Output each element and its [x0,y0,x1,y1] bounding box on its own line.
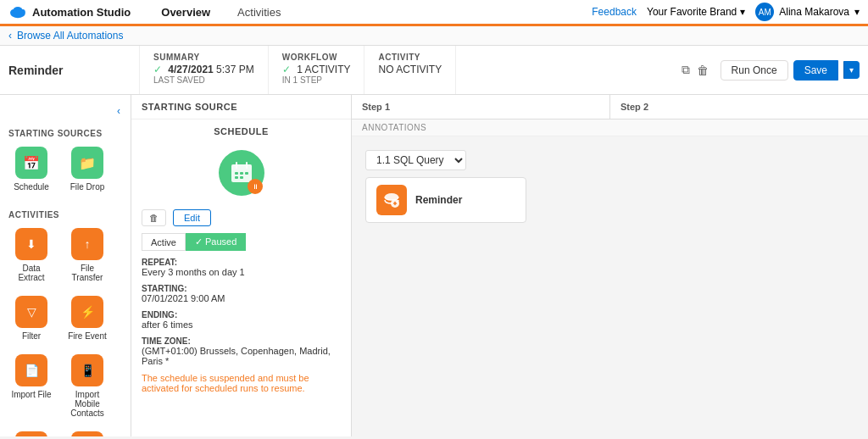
sidebar-item-refresh-mobile[interactable]: ↻ Refresh Mobile [61,426,114,436]
schedule-edit-button[interactable]: Edit [173,209,211,226]
workflow-sub: IN 1 STEP [282,75,351,85]
top-nav: Automation Studio Overview Activities Fe… [0,0,868,26]
svg-rect-12 [240,176,243,179]
schedule-actions: 🗑 Edit [142,209,341,226]
sql-query-card-icon [382,191,401,209]
activity-card-name: Reminder [415,194,462,206]
sidebar-item-filter[interactable]: ▽ Filter [5,291,58,346]
middle-panel-content: SCHEDULE ⏸ [131,119,351,436]
canvas-body: 1.1 SQL Query Reminder [352,136,868,436]
summary-bar: Reminder SUMMARY ✓ 4/27/2021 5:37 PMLAST… [0,46,868,95]
file-drop-label: File Drop [70,182,105,192]
schedule-delete-button[interactable]: 🗑 [142,209,166,226]
activity-label: ACTIVITY [378,53,442,62]
sidebar-item-fire-event[interactable]: ⚡ Fire Event [61,291,114,346]
canvas-step-1: 1.1 SQL Query Reminder [362,147,610,426]
canvas-step-2 [610,147,859,426]
middle-panel: STARTING SOURCE SCHEDULE [131,95,352,436]
sidebar-item-file-transfer[interactable]: ↑ File Transfer [61,223,114,287]
canvas-header: Step 1 Step 2 [352,95,868,119]
workflow-label: WORKFLOW [282,53,351,62]
summary-value: ✓ 4/27/2021 5:37 PMLAST SAVED [153,64,254,85]
ending-value: after 6 times [142,320,341,330]
avatar: AM [755,3,774,21]
cloud-icon [8,4,27,19]
svg-rect-8 [235,172,238,175]
summary-date: 4/27/2021 [168,64,213,75]
secondary-nav[interactable]: ‹ Browse All Automations [0,26,868,46]
activities-label: ACTIVITIES [0,205,131,223]
left-sidebar: ‹ STARTING SOURCES 📅 Schedule 📁 File Dro… [0,95,131,436]
automation-title-area: Reminder [8,46,140,94]
activity-card[interactable]: Reminder [365,177,526,223]
middle-panel-header: STARTING SOURCE [131,95,351,119]
icon-buttons: ⧉ 🗑 [682,63,709,77]
user-area[interactable]: AM Alina Makarova ▾ [755,3,860,21]
ending-label: ENDING: [142,310,341,320]
starting-sources-label: STARTING SOURCES [0,124,131,142]
tab-overview[interactable]: Overview [147,0,224,26]
sidebar-item-file-drop[interactable]: 📁 File Drop [61,142,114,197]
workflow-value: ✓ 1 ACTIVITY IN 1 STEP [282,64,351,85]
schedule-warning: The schedule is suspended and must be ac… [142,373,341,393]
sidebar-item-data-extract[interactable]: ⬇ Data Extract [5,223,58,287]
check-icon: ✓ [153,64,162,75]
summary-sub: LAST SAVED [153,75,254,85]
workflow-count: 1 ACTIVITY [297,64,350,75]
refresh-group-icon: ↻ [15,431,47,436]
svg-point-3 [14,7,23,14]
right-canvas: Step 1 Step 2 ANNOTATIONS 1.1 SQL Query [352,95,868,436]
delete-icon[interactable]: 🗑 [697,64,709,77]
sidebar-item-refresh-group[interactable]: ↻ Refresh Group [5,426,58,436]
feedback-link[interactable]: Feedback [592,6,637,18]
save-button[interactable]: Save [793,60,838,81]
sidebar-item-schedule[interactable]: 📅 Schedule [5,142,58,197]
tab-activities[interactable]: Activities [224,0,294,26]
nav-tabs: Overview Activities [147,0,294,24]
schedule-details: REPEAT: Every 3 months on day 1 STARTING… [142,258,341,393]
refresh-mobile-icon: ↻ [71,431,103,436]
activity-block: ACTIVITY NO ACTIVITY [364,46,456,94]
starting-value: 07/01/2021 9:00 AM [142,293,341,303]
paused-status-button[interactable]: ✓ Paused [186,233,246,251]
summary-actions: ⧉ 🗑 Run Once Save ▾ [682,46,860,94]
import-file-icon: 📄 [15,354,47,386]
save-dropdown-button[interactable]: ▾ [843,61,860,79]
active-status-button[interactable]: Active [142,233,186,251]
file-drop-icon: 📁 [71,147,103,179]
step-select[interactable]: 1.1 SQL Query [365,150,466,170]
nav-right: Feedback Your Favorite Brand ▾ AM Alina … [592,3,860,21]
run-once-button[interactable]: Run Once [721,60,788,81]
activities-list: ⬇ Data Extract ↑ File Transfer ▽ Filter … [0,223,131,436]
status-buttons: Active ✓ Paused [142,233,341,251]
repeat-value: Every 3 months on day 1 [142,267,341,277]
chevron-down-icon: ▾ [740,6,745,18]
fire-event-icon: ⚡ [71,296,103,328]
brand-dropdown[interactable]: Your Favorite Brand ▾ [647,6,745,18]
filter-icon: ▽ [15,296,47,328]
file-transfer-icon: ↑ [71,228,103,260]
summary-label: SUMMARY [153,53,254,62]
step1-header: Step 1 [352,95,610,119]
svg-rect-11 [235,176,238,179]
step2-header: Step 2 [610,95,868,119]
annotations-bar: ANNOTATIONS [352,119,868,136]
sidebar-collapse-button[interactable]: ‹ [112,102,125,120]
sidebar-item-import-file[interactable]: 📄 Import File [5,349,58,423]
svg-rect-10 [245,172,248,175]
svg-rect-5 [231,164,252,170]
sidebar-item-import-mobile[interactable]: 📱 Import Mobile Contacts [61,349,114,423]
automation-title: Reminder [8,64,64,77]
import-mobile-icon: 📱 [71,354,103,386]
starting-sources-list: 📅 Schedule 📁 File Drop [0,142,131,197]
activity-card-icon [376,185,407,215]
browse-automations-link[interactable]: Browse All Automations [17,30,123,42]
app-logo-area: Automation Studio [8,4,131,19]
schedule-icon: 📅 [15,147,47,179]
timezone-label: TIME ZONE: [142,336,341,346]
main-layout: ‹ STARTING SOURCES 📅 Schedule 📁 File Dro… [0,95,868,436]
timezone-value: (GMT+01:00) Brussels, Copenhagen, Madrid… [142,346,341,366]
back-icon: ‹ [8,30,12,42]
starting-label: STARTING: [142,284,341,293]
copy-icon[interactable]: ⧉ [682,63,690,77]
